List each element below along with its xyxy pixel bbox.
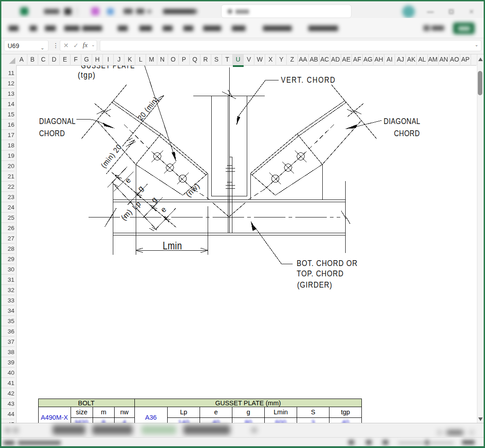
svg-text:Lp: Lp [130, 199, 142, 211]
svg-text:e: e [159, 205, 169, 214]
svg-text:(min) 20: (min) 20 [99, 143, 123, 169]
svg-text:VERT. CHORD: VERT. CHORD [281, 75, 336, 84]
svg-text:TOP. CHORD: TOP. CHORD [297, 269, 344, 278]
svg-text:(tgp): (tgp) [78, 71, 96, 80]
svg-text:CHORD: CHORD [394, 129, 420, 138]
svg-text:BOT. CHORD OR: BOT. CHORD OR [297, 259, 358, 268]
svg-text:DIAGONAL: DIAGONAL [39, 116, 76, 126]
svg-text:g: g [136, 184, 146, 193]
svg-text:20 (min): 20 (min) [136, 95, 160, 122]
svg-text:GUSSET PLATE: GUSSET PLATE [81, 65, 135, 70]
svg-text:(GIRDER): (GIRDER) [297, 280, 332, 289]
svg-text:(m): (m) [119, 207, 134, 222]
svg-text:DIAGONAL: DIAGONAL [384, 116, 420, 126]
svg-text:CHORD: CHORD [39, 129, 65, 138]
svg-text:Lmin: Lmin [163, 240, 182, 251]
svg-text:(nw): (nw) [184, 181, 201, 199]
